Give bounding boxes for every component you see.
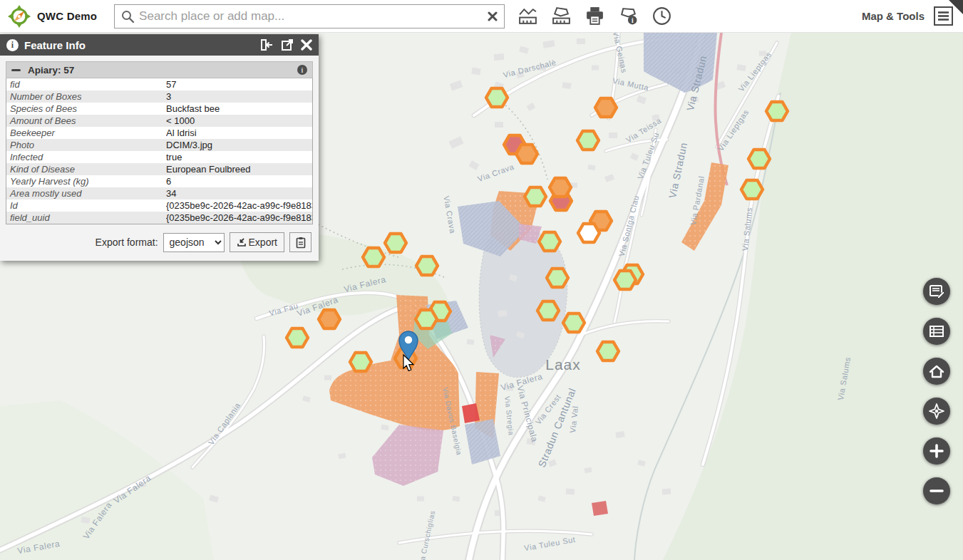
apiary-marker-green[interactable] bbox=[547, 269, 568, 287]
attribute-value: true bbox=[166, 152, 312, 162]
apiary-marker-orange[interactable] bbox=[516, 145, 537, 163]
apiary-marker-green[interactable] bbox=[741, 180, 763, 199]
apiary-marker-green[interactable] bbox=[614, 271, 636, 289]
layer-info-icon[interactable]: i bbox=[297, 65, 307, 75]
search-input[interactable] bbox=[139, 9, 481, 24]
home-icon bbox=[923, 358, 950, 385]
apiary-marker-green[interactable] bbox=[563, 313, 585, 332]
export-format-label: Export format: bbox=[96, 237, 158, 248]
locate-icon bbox=[923, 398, 950, 425]
measure-line-icon[interactable] bbox=[516, 5, 539, 28]
qwc-compass-icon bbox=[7, 4, 31, 28]
attribute-value: < 1000 bbox=[166, 115, 312, 126]
layer-section-header[interactable]: Apiary: 57 i bbox=[6, 61, 313, 78]
attribute-label: Beekeeper bbox=[6, 128, 166, 138]
apiary-marker-orange[interactable] bbox=[550, 178, 571, 197]
attribute-table: fid57Number of Boxes3Species of BeesBuck… bbox=[6, 78, 313, 224]
home-button[interactable] bbox=[923, 358, 950, 385]
apiary-marker-white[interactable] bbox=[578, 224, 599, 242]
apiary-marker-green[interactable] bbox=[766, 102, 788, 120]
attribute-value: {0235be9c-2026-42ac-a99c-f9e8183fc602} bbox=[166, 200, 312, 211]
locate-button[interactable] bbox=[923, 398, 950, 425]
collapse-icon[interactable] bbox=[11, 69, 21, 71]
attribute-value: 3 bbox=[166, 91, 312, 102]
panel-title: Feature Info bbox=[24, 39, 86, 51]
redlining-button[interactable] bbox=[923, 278, 950, 305]
dock-panel-icon[interactable] bbox=[260, 38, 274, 51]
zoom-in-icon bbox=[923, 437, 950, 465]
town-label-laax: Laax bbox=[545, 356, 581, 373]
attribute-label: Infected bbox=[6, 152, 166, 162]
apiary-marker-orange[interactable] bbox=[595, 98, 617, 117]
attribute-value: {0235be9c-2026-42ac-a99c-f9e8183fc602} bbox=[166, 212, 312, 223]
apiary-marker-green[interactable] bbox=[577, 131, 599, 150]
export-format-select[interactable]: geojson bbox=[163, 233, 225, 252]
attribute-row: Amount of Bees< 1000 bbox=[6, 115, 312, 127]
zoom-out-button[interactable] bbox=[923, 477, 950, 504]
attribute-label: Id bbox=[6, 200, 166, 211]
app-header: QWC Demo bbox=[0, 0, 963, 33]
attribute-row: Yearly Harvest (kg)6 bbox=[6, 175, 312, 187]
hamburger-icon bbox=[937, 11, 949, 21]
detach-panel-icon[interactable] bbox=[281, 38, 294, 51]
map-controls bbox=[923, 278, 950, 504]
attribute-row: PhotoDCIM/3.jpg bbox=[6, 139, 312, 151]
attribute-value: 34 bbox=[166, 188, 312, 199]
print-icon[interactable] bbox=[583, 5, 606, 28]
apiary-marker-green[interactable] bbox=[416, 310, 437, 328]
apiary-marker-green[interactable] bbox=[597, 342, 619, 361]
attribute-row: Id{0235be9c-2026-42ac-a99c-f9e8183fc602} bbox=[6, 199, 312, 212]
layer-title: Apiary: 57 bbox=[28, 65, 74, 76]
attribute-label: fid bbox=[6, 79, 166, 90]
search-box bbox=[114, 4, 505, 28]
attribute-value: 57 bbox=[166, 79, 312, 90]
identify-region-icon[interactable]: i bbox=[617, 5, 639, 28]
feature-info-titlebar[interactable]: i Feature Info bbox=[0, 34, 319, 56]
zoom-out-icon bbox=[923, 477, 950, 504]
attribute-label: Number of Boxes bbox=[6, 91, 166, 102]
map-tools-label[interactable]: Map & Tools bbox=[862, 10, 925, 22]
attribute-value: Al Idrisi bbox=[166, 128, 312, 138]
attribute-row: Kind of DiseaseEuropean Foulbreed bbox=[6, 163, 312, 175]
attribute-value: Buckfast bee bbox=[166, 103, 312, 114]
apiary-marker-green[interactable] bbox=[416, 256, 438, 275]
app-logo: QWC Demo bbox=[7, 4, 97, 28]
close-panel-icon[interactable] bbox=[301, 39, 312, 51]
attribute-table-icon bbox=[923, 318, 950, 345]
apiary-marker-green[interactable] bbox=[748, 150, 770, 168]
selection-pin-hole bbox=[405, 336, 412, 343]
apiary-marker-green[interactable] bbox=[486, 88, 508, 107]
feature-info-panel: i Feature Info bbox=[0, 34, 319, 261]
attribute-row: BeekeeperAl Idrisi bbox=[6, 127, 312, 139]
info-circle-icon: i bbox=[6, 39, 19, 51]
search-icon bbox=[120, 9, 135, 24]
attribute-value: 6 bbox=[166, 176, 312, 187]
search-clear-icon[interactable] bbox=[481, 5, 504, 28]
attribute-label: Photo bbox=[6, 140, 166, 150]
attribute-label: Species of Bees bbox=[6, 103, 166, 114]
attribute-value: DCIM/3.jpg bbox=[166, 140, 312, 150]
attribute-row: Number of Boxes3 bbox=[6, 90, 312, 103]
corner-fold bbox=[949, 0, 963, 14]
attribute-table-button[interactable] bbox=[923, 318, 950, 345]
apiary-marker-green[interactable] bbox=[537, 301, 559, 320]
measure-area-icon[interactable] bbox=[550, 5, 572, 28]
attribute-row: Infectedtrue bbox=[6, 151, 312, 163]
copy-to-clipboard-icon[interactable] bbox=[289, 232, 311, 252]
apiary-marker-green[interactable] bbox=[363, 248, 384, 266]
apiary-marker-green[interactable] bbox=[525, 187, 546, 206]
apiary-marker-green[interactable] bbox=[385, 234, 406, 252]
attribute-label: Kind of Disease bbox=[6, 164, 166, 175]
apiary-marker-green[interactable] bbox=[287, 328, 308, 347]
apiary-marker-green[interactable] bbox=[350, 353, 371, 371]
attribute-row: Species of BeesBuckfast bee bbox=[6, 103, 312, 115]
time-icon[interactable] bbox=[650, 5, 673, 28]
attribute-row: fid57 bbox=[6, 78, 312, 90]
apiary-marker-green[interactable] bbox=[539, 232, 560, 251]
export-button[interactable]: Export bbox=[230, 232, 284, 252]
export-icon bbox=[237, 237, 247, 247]
apiary-marker-orange[interactable] bbox=[319, 310, 340, 328]
zoom-in-button[interactable] bbox=[923, 437, 950, 465]
attribute-row: field_uuid{0235be9c-2026-42ac-a99c-f9e81… bbox=[6, 212, 312, 224]
app-title: QWC Demo bbox=[37, 10, 97, 22]
